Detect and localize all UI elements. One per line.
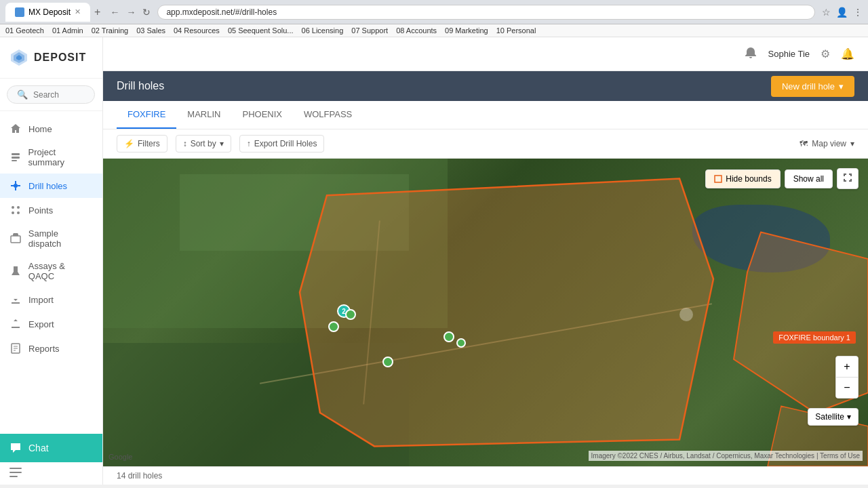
sidebar-item-assays[interactable]: Assays & QAQC <box>0 255 102 287</box>
app-layout: DEPOSIT 🔍 Home Project summary <box>0 37 868 485</box>
bookmark-marketing[interactable]: 09 Marketing <box>445 26 488 35</box>
new-drill-hole-button[interactable]: New drill hole ▾ <box>771 76 854 97</box>
tab-title: MX Deposit <box>28 7 71 17</box>
bookmark-geotech[interactable]: 01 Geotech <box>5 26 44 35</box>
tab-wolfpass[interactable]: WOLFPASS <box>293 101 363 129</box>
sidebar-item-points[interactable]: Points <box>0 198 102 222</box>
bookmark-star-icon[interactable]: ☆ <box>822 7 831 18</box>
filters-label: Filters <box>138 139 160 148</box>
logo-area: DEPOSIT <box>0 37 102 79</box>
browser-icon-area: ☆ 👤 ⋮ <box>822 7 863 18</box>
fullscreen-button[interactable] <box>837 168 859 189</box>
bookmark-sales[interactable]: 03 Sales <box>136 26 165 35</box>
show-all-label: Show all <box>793 174 824 184</box>
new-drill-chevron: ▾ <box>839 81 844 92</box>
address-bar[interactable] <box>157 5 815 20</box>
user-name: Sophie Tie <box>768 49 810 59</box>
sidebar-item-label: Points <box>28 205 53 216</box>
svg-point-12 <box>17 206 20 209</box>
export-button[interactable]: ↑ Export Drill Holes <box>239 135 325 152</box>
zoom-out-button[interactable]: − <box>836 378 858 398</box>
drill-icon <box>9 180 22 192</box>
sort-chevron: ▾ <box>220 139 224 148</box>
filters-button[interactable]: ⚡ Filters <box>117 135 167 152</box>
dispatch-icon <box>9 232 22 245</box>
sidebar-item-label: Import <box>28 295 54 305</box>
notifications-icon[interactable] <box>744 46 757 62</box>
sidebar-item-drill-holes[interactable]: Drill holes <box>0 174 102 198</box>
points-icon <box>9 204 22 216</box>
svg-rect-26 <box>715 176 722 182</box>
foxfire-boundary2-label[interactable]: FOXFIRE boundary 1 <box>773 331 856 344</box>
bookmark-seequent[interactable]: 05 Seequent Solu... <box>228 26 294 35</box>
back-btn[interactable]: ← <box>110 7 119 18</box>
map-view-toggle[interactable]: 🗺 Map view ▾ <box>800 139 854 148</box>
settings-icon[interactable]: ⚙ <box>821 47 830 60</box>
sort-button[interactable]: ↕ Sort by ▾ <box>176 135 231 152</box>
bookmark-personal[interactable]: 10 Personal <box>496 26 536 35</box>
tab-marlin[interactable]: MARLIN <box>176 101 231 129</box>
bookmark-accounts[interactable]: 08 Accounts <box>396 26 437 35</box>
map-container[interactable]: 2 <box>103 159 868 466</box>
svg-point-14 <box>17 211 20 214</box>
bell-icon[interactable]: 🔔 <box>841 47 854 60</box>
bookmark-training[interactable]: 02 Training <box>92 26 128 35</box>
sidebar-item-project-summary[interactable]: Project summary <box>0 141 102 174</box>
content-area: FOXFIRE MARLIN PHOENIX WOLFPASS ⚡ Filter… <box>103 101 868 485</box>
satellite-control[interactable]: Satellite ▾ <box>808 408 859 426</box>
hamburger-menu[interactable] <box>0 462 102 485</box>
sidebar-item-label: Home <box>28 124 52 134</box>
sidebar-item-export[interactable]: Export <box>0 312 102 336</box>
chat-area[interactable]: Chat <box>0 434 102 462</box>
forward-btn[interactable]: → <box>126 7 136 18</box>
nav-items: Home Project summary Drill holes Points <box>0 111 102 434</box>
drill-count: 14 drill holes <box>117 471 162 481</box>
bookmark-licensing[interactable]: 06 Licensing <box>302 26 344 35</box>
sidebar-item-sample-dispatch[interactable]: Sample dispatch <box>0 222 102 255</box>
project-icon <box>9 151 22 163</box>
tab-close-icon[interactable]: ✕ <box>75 7 81 16</box>
svg-point-13 <box>12 211 14 214</box>
home-icon <box>9 123 22 135</box>
svg-rect-15 <box>11 236 20 243</box>
hide-bounds-button[interactable]: Hide bounds <box>705 169 780 188</box>
import-icon <box>9 293 22 306</box>
google-attribution: Google <box>108 453 132 461</box>
sidebar-item-home[interactable]: Home <box>0 117 102 141</box>
browser-controls: ← → ↻ ☆ 👤 ⋮ <box>110 2 863 22</box>
svg-point-6 <box>14 184 18 188</box>
satellite-chevron: ▾ <box>847 412 851 422</box>
tab-foxfire[interactable]: FOXFIRE <box>117 101 176 129</box>
bookmark-support[interactable]: 07 Support <box>351 26 388 35</box>
new-tab-icon[interactable]: + <box>94 6 100 18</box>
map-view-chevron: ▾ <box>850 139 854 148</box>
chat-label: Chat <box>28 443 49 453</box>
reload-btn[interactable]: ↻ <box>142 7 151 18</box>
bookmark-resources[interactable]: 04 Resources <box>174 26 220 35</box>
zoom-in-button[interactable]: + <box>836 357 858 378</box>
export-icon: ↑ <box>247 139 251 148</box>
search-input[interactable] <box>33 90 87 100</box>
hide-bounds-label: Hide bounds <box>726 174 771 184</box>
account-icon[interactable]: 👤 <box>836 7 848 18</box>
browser-tab[interactable]: MX Deposit ✕ <box>5 3 90 22</box>
extension-icon[interactable]: ⋮ <box>853 7 863 18</box>
filter-icon: ⚡ <box>124 139 134 148</box>
zoom-controls: + − <box>835 356 859 399</box>
tab-favicon <box>15 7 24 17</box>
sidebar-item-label: Sample dispatch <box>28 228 93 249</box>
map-controls: Hide bounds Show all <box>705 168 859 189</box>
sidebar: DEPOSIT 🔍 Home Project summary <box>0 37 103 485</box>
bookmark-admin[interactable]: 01 Admin <box>52 26 83 35</box>
page-title: Drill holes <box>117 80 164 92</box>
page-header: Drill holes New drill hole ▾ <box>103 71 868 101</box>
show-all-button[interactable]: Show all <box>785 169 833 188</box>
map-view-icon: 🗺 <box>800 139 808 148</box>
sidebar-item-reports[interactable]: Reports <box>0 336 102 361</box>
tab-phoenix[interactable]: PHOENIX <box>231 101 293 129</box>
sidebar-item-import[interactable]: Import <box>0 287 102 312</box>
search-bar[interactable]: 🔍 <box>7 85 95 104</box>
bookmarks-bar: 01 Geotech 01 Admin 02 Training 03 Sales… <box>0 24 868 37</box>
sidebar-item-label: Drill holes <box>28 181 67 191</box>
logo-text: DEPOSIT <box>34 52 86 64</box>
